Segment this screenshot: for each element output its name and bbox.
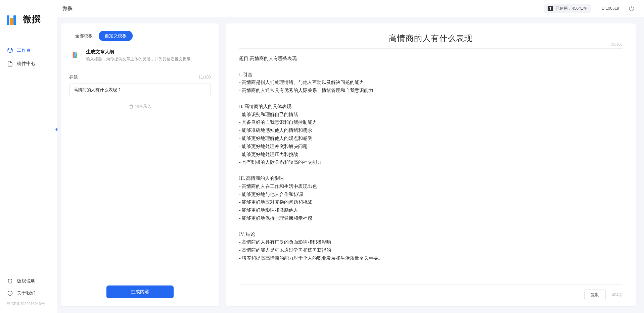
clear-input-button[interactable]: 清空录入 xyxy=(69,104,211,109)
usage-badge: T 已使用：45641字 xyxy=(544,4,591,13)
output-word-count: 404字 xyxy=(612,292,623,298)
template-card: 生成文章大纲 输入标题，为你提供文章主体的灵感，并为其创建推文提纲 xyxy=(69,47,211,68)
svg-rect-2 xyxy=(74,52,76,58)
nav-item-workbench[interactable]: 工作台 xyxy=(0,44,57,57)
title-field: 标题 11/100 xyxy=(69,74,211,96)
title-char-count: 11/100 xyxy=(198,75,211,80)
nav-item-drafts[interactable]: 稿件中心 xyxy=(0,57,57,70)
generate-button[interactable]: 生成内容 xyxy=(106,285,174,298)
page-title: 微撰 xyxy=(62,5,73,12)
logo-text: 微撰 xyxy=(23,13,41,25)
text-icon: T xyxy=(548,6,553,11)
books-icon xyxy=(69,49,81,61)
title-input[interactable] xyxy=(69,84,211,96)
link-about[interactable]: 关于我们 xyxy=(0,287,57,299)
link-label: 版权说明 xyxy=(17,278,36,284)
sidebar-nav: 工作台 稿件中心 xyxy=(0,44,57,275)
tab-custom-templates[interactable]: 自定义模板 xyxy=(99,31,133,41)
clear-label: 清空录入 xyxy=(135,104,151,109)
shield-icon xyxy=(7,278,13,284)
template-title: 生成文章大纲 xyxy=(86,49,191,55)
cube-icon xyxy=(7,47,13,54)
nav-label: 工作台 xyxy=(17,47,31,53)
svg-rect-3 xyxy=(76,52,78,58)
output-title-count: 10/100 xyxy=(611,42,623,46)
copy-button[interactable]: 复制 xyxy=(584,290,606,300)
template-tabs: 全部模板 自定义模板 xyxy=(69,31,211,41)
output-panel: 高情商的人有什么表现 10/100 题目:高情商的人有哪些表现 I. 引言 - … xyxy=(226,23,636,306)
nav-label: 稿件中心 xyxy=(17,61,36,67)
tab-all-templates[interactable]: 全部模板 xyxy=(69,31,99,41)
info-icon xyxy=(7,290,13,297)
main: 微撰 T 已使用：45641字 ID:100519 全部模板 自定义模板 xyxy=(57,0,644,313)
document-icon xyxy=(7,60,13,67)
output-body: 题目:高情商的人有哪些表现 I. 引言 - 高情商是指人们处理情绪、与他人互动以… xyxy=(239,55,623,281)
link-copyright[interactable]: 版权说明 xyxy=(0,275,57,287)
usage-text: 已使用：45641字 xyxy=(556,6,587,11)
power-icon[interactable] xyxy=(629,5,635,11)
logo-mark xyxy=(7,14,20,25)
icp-text: 鄂ICP备2022016946号 xyxy=(0,299,57,306)
user-id: ID:100519 xyxy=(601,6,619,11)
output-title: 高情商的人有什么表现 xyxy=(239,33,623,44)
trash-icon xyxy=(129,104,133,109)
template-panel: 全部模板 自定义模板 生成文章大纲 输入标题，为你提供文章主体的灵感，并为其创建… xyxy=(61,23,219,306)
svg-rect-1 xyxy=(73,52,74,58)
topbar: 微撰 T 已使用：45641字 ID:100519 xyxy=(57,0,644,17)
sidebar: 微撰 工作台 稿件中心 版权说明 xyxy=(0,0,57,313)
collapse-sidebar-button[interactable] xyxy=(54,126,59,133)
app-logo: 微撰 xyxy=(0,13,57,25)
template-desc: 输入标题，为你提供文章主体的灵感，并为其创建推文提纲 xyxy=(86,56,191,62)
sidebar-bottom: 版权说明 关于我们 鄂ICP备2022016946号 xyxy=(0,275,57,313)
title-label: 标题 xyxy=(69,74,78,80)
link-label: 关于我们 xyxy=(17,290,36,296)
